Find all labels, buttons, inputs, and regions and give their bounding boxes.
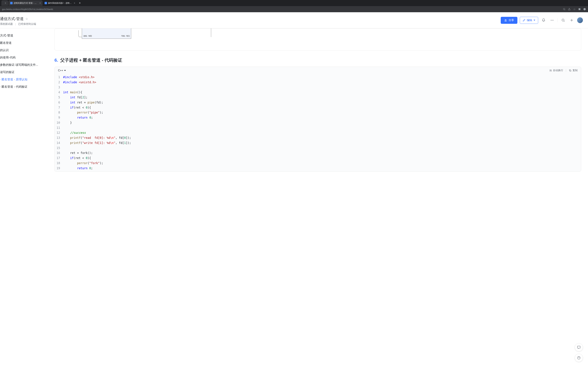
favorite-star-icon[interactable]: ☆ (25, 17, 28, 21)
code-line[interactable]: 10 } (55, 120, 581, 125)
code-line[interactable]: 3 (55, 85, 581, 90)
people-icon (504, 19, 507, 22)
line-code: return 0; (63, 115, 581, 120)
code-line[interactable]: 17 if(ret < 0){ (55, 156, 581, 161)
code-line[interactable]: 4int main(){ (55, 90, 581, 95)
toc-item[interactable]: 方式-管道 (0, 32, 48, 39)
code-line[interactable]: 6 int ret = pipe(fd); (55, 100, 581, 105)
browser-tab-active[interactable]: 进程间通信方式-管道 - 飞书云 × (9, 0, 43, 6)
code-line[interactable]: 14 printf("write fd[1]: %d\n", fd[1]); (55, 141, 581, 146)
tab-favicon-icon (10, 2, 13, 4)
code-line[interactable]: 19 return 0; (55, 166, 581, 171)
share-button[interactable]: 分享 (501, 17, 517, 24)
extensions-icon[interactable] (578, 8, 581, 10)
svg-point-3 (583, 8, 586, 10)
section-title: 父子进程 + 匿名管道 - 代码验证 (60, 57, 122, 63)
floating-buttons (575, 343, 583, 362)
line-code: #include <unistd.h> (63, 80, 581, 85)
code-line[interactable]: 8 perror("pipe"); (55, 110, 581, 115)
line-number: 13 (55, 135, 63, 141)
toc-item[interactable]: 匿名管道 (0, 39, 48, 47)
line-number: 14 (55, 141, 63, 146)
code-line[interactable]: 16 ret = fork(); (55, 150, 581, 156)
user-avatar[interactable] (577, 17, 583, 23)
search-icon[interactable] (560, 17, 566, 23)
tab-close-icon[interactable]: × (74, 2, 75, 4)
line-code (63, 146, 581, 151)
code-line[interactable]: 12 //success (55, 130, 581, 135)
line-code: perror("pipe"); (63, 110, 581, 115)
bookmark-star-icon[interactable]: ☆ (573, 8, 576, 10)
code-language-selector[interactable]: C++ (58, 69, 66, 72)
header-left: 通信方式-管道 ☆ 系统面试题 | 已经保存到云端 (0, 15, 36, 26)
browser-actions: ☆ (563, 8, 586, 10)
diagram-container[interactable]: 读端：fd[0] 写端：fd[1] (54, 28, 581, 50)
toc-item[interactable]: · 匿名管道 - 原理认知 (0, 76, 48, 83)
toc-item[interactable]: 参数的验证-读写两端的文件... (0, 61, 48, 68)
browser-tab-inactive[interactable]: 操作系统面试题2：进程间通信 × (43, 0, 77, 6)
line-code: } (63, 120, 581, 125)
doc-title: 通信方式-管道 (0, 16, 24, 21)
line-number: 11 (55, 125, 63, 131)
line-code: #include <stdio.h> (63, 75, 581, 80)
code-line[interactable]: 2#include <unistd.h> (55, 80, 581, 85)
line-code: //success (63, 130, 581, 135)
line-code (63, 85, 581, 90)
app-header: 通信方式-管道 ☆ 系统面试题 | 已经保存到云端 分享 编辑 (0, 12, 588, 28)
pencil-icon (523, 19, 525, 22)
meta-separator: | (15, 23, 16, 25)
toc-item[interactable]: 的使用-代码 (0, 54, 48, 61)
toc-item[interactable]: · 匿名管道 - 代码验证 (0, 83, 48, 90)
line-number: 5 (55, 95, 63, 100)
help-button[interactable] (575, 354, 583, 362)
more-menu-icon[interactable] (549, 17, 555, 23)
tab-favicon-icon (44, 2, 47, 4)
doc-category[interactable]: 系统面试题 (0, 22, 13, 26)
line-code: printf("read fd[0]: %d\n", fd[0]); (63, 135, 581, 141)
line-code: ret = fork(); (63, 150, 581, 156)
zoom-icon[interactable] (563, 8, 566, 10)
tab-title: 操作系统面试题2：进程间通信 (48, 2, 72, 5)
line-number: 2 (55, 80, 63, 85)
chevron-down-icon (534, 20, 535, 21)
profile-icon[interactable] (583, 8, 586, 10)
tab-close-icon[interactable]: × (39, 2, 41, 4)
code-line[interactable]: 1#include <stdio.h> (55, 75, 581, 80)
new-tab-button[interactable]: + (77, 1, 83, 5)
share-icon[interactable] (568, 8, 571, 10)
diagram-connector (78, 30, 82, 37)
browser-tab-strip: × 进程间通信方式-管道 - 飞书云 × 操作系统面试题2：进程间通信 × + (0, 0, 588, 6)
code-line[interactable]: 13 printf("read fd[0]: %d\n", fd[0]); (55, 135, 581, 141)
code-line[interactable]: 9 return 0; (55, 115, 581, 120)
edit-button[interactable]: 编辑 (520, 17, 538, 24)
code-body[interactable]: 1#include <stdio.h>2#include <unistd.h>3… (55, 74, 581, 171)
line-number: 3 (55, 85, 63, 90)
url-text[interactable]: gux.feishu.cn/docx/XlcjdhOZfoYxLUxvbhzc5… (2, 8, 53, 10)
browser-address-bar: gux.feishu.cn/docx/XlcjdhOZfoYxLUxvbhzc5… (0, 6, 588, 12)
line-number: 12 (55, 130, 63, 135)
svg-point-4 (505, 19, 506, 20)
comments-button[interactable] (575, 343, 583, 351)
svg-line-1 (565, 10, 565, 10)
code-line[interactable]: 7 if(ret < 0){ (55, 105, 581, 110)
notification-bell-icon[interactable] (541, 17, 547, 23)
header-right: 分享 编辑 (501, 17, 583, 24)
line-code: int ret = pipe(fd); (63, 100, 581, 105)
section-heading: 6. 父子进程 + 匿名管道 - 代码验证 (54, 57, 581, 63)
code-line[interactable]: 11 (55, 125, 581, 131)
copy-button[interactable]: 复制 (569, 69, 578, 72)
code-line[interactable]: 15 (55, 146, 581, 151)
toc-item[interactable]: 的认识 (0, 47, 48, 54)
tab-close-icon[interactable]: × (5, 2, 6, 4)
add-icon[interactable] (569, 17, 575, 23)
word-wrap-button[interactable]: 自动换行 (549, 69, 563, 72)
code-line[interactable]: 5 int fd[2]; (55, 95, 581, 100)
browser-tab-blank[interactable]: × (1, 0, 8, 6)
copy-icon (569, 69, 571, 72)
line-number: 19 (55, 166, 63, 171)
toc-item[interactable]: 读写的验证 (0, 68, 48, 76)
line-number: 7 (55, 105, 63, 110)
svg-point-0 (563, 8, 565, 10)
line-number: 16 (55, 150, 63, 156)
code-line[interactable]: 18 perror("fork"); (55, 161, 581, 166)
